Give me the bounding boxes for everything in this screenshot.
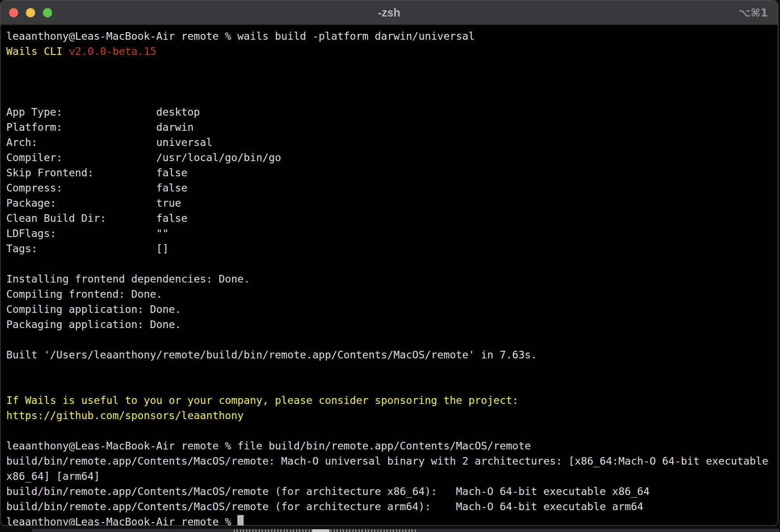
terminal-line <box>6 423 778 438</box>
terminal-text-segment: x86_64] [arm64] <box>6 470 100 482</box>
terminal-line <box>6 59 778 74</box>
terminal-line: leaanthony@Leas-MacBook-Air remote % fil… <box>6 438 778 453</box>
titlebar[interactable]: -zsh ⌥⌘1 <box>0 0 778 25</box>
terminal-text-segment: https://github.com/sponsors/leaanthony <box>6 409 244 421</box>
terminal-line: https://github.com/sponsors/leaanthony <box>6 408 778 423</box>
terminal-text-segment: build/bin/remote.app/Contents/MacOS/remo… <box>6 455 768 467</box>
terminal-line: leaanthony@Leas-MacBook-Air remote % <box>6 514 778 525</box>
terminal-line: Arch: universal <box>6 135 778 150</box>
terminal-line: Clean Build Dir: false <box>6 211 778 226</box>
terminal-line: build/bin/remote.app/Contents/MacOS/remo… <box>6 453 778 469</box>
terminal-text-segment: Compiling application: Done. <box>6 303 181 315</box>
terminal-line: If Wails is useful to you or your compan… <box>6 393 778 408</box>
terminal-line: Installing frontend dependencies: Done. <box>6 271 778 287</box>
desktop-background: -zsh ⌥⌘1 leaanthony@Leas-MacBook-Air rem… <box>0 0 780 532</box>
terminal-line: build/bin/remote.app/Contents/MacOS/remo… <box>6 499 778 514</box>
terminal-text-segment: leaanthony@Leas-MacBook-Air remote % <box>6 515 237 525</box>
terminal-text-segment: Packaging application: Done. <box>6 318 181 330</box>
terminal-text-segment: Package: true <box>6 197 181 209</box>
terminal-text-segment: App Type: desktop <box>6 106 200 118</box>
terminal-text-segment: leaanthony@Leas-MacBook-Air remote % wai… <box>6 30 475 42</box>
terminal-text-segment: v2.0.0-beta.15 <box>69 45 156 57</box>
terminal-text-segment: Compiling frontend: Done. <box>6 288 162 300</box>
terminal-line: Compress: false <box>6 180 778 195</box>
terminal-line: Platform: darwin <box>6 120 778 135</box>
terminal-cursor <box>237 515 244 525</box>
terminal-text-segment: If Wails is useful to you or your compan… <box>6 394 519 406</box>
terminal-line: App Type: desktop <box>6 104 778 120</box>
terminal-line: Packaging application: Done. <box>6 317 778 332</box>
terminal-text-segment: Tags: [] <box>6 242 169 254</box>
terminal-line: Package: true <box>6 195 778 211</box>
terminal-text-segment: Wails CLI <box>6 45 69 57</box>
terminal-text-segment: build/bin/remote.app/Contents/MacOS/remo… <box>6 485 650 497</box>
background-window-sliver-highlight <box>312 529 329 532</box>
window-title: -zsh <box>0 0 778 25</box>
terminal-line: Compiling frontend: Done. <box>6 287 778 302</box>
terminal-text-segment: build/bin/remote.app/Contents/MacOS/remo… <box>6 500 643 512</box>
terminal-screen[interactable]: leaanthony@Leas-MacBook-Air remote % wai… <box>0 25 778 525</box>
terminal-line: Compiling application: Done. <box>6 302 778 317</box>
terminal-line: x86_64] [arm64] <box>6 469 778 484</box>
terminal-line: LDFlags: "" <box>6 226 778 241</box>
terminal-line: Compiler: /usr/local/go/bin/go <box>6 150 778 165</box>
terminal-line <box>6 89 778 104</box>
terminal-line: Tags: [] <box>6 241 778 256</box>
terminal-text-segment: Clean Build Dir: false <box>6 212 187 224</box>
terminal-text-segment: Platform: darwin <box>6 121 194 133</box>
terminal-line <box>6 378 778 393</box>
terminal-line: build/bin/remote.app/Contents/MacOS/remo… <box>6 484 778 499</box>
terminal-line <box>6 74 778 89</box>
terminal-text-segment: Installing frontend dependencies: Done. <box>6 273 250 285</box>
terminal-line: Skip Frontend: false <box>6 165 778 180</box>
terminal-line: Wails CLI v2.0.0-beta.15 <box>6 44 778 59</box>
terminal-text-segment: leaanthony@Leas-MacBook-Air remote % fil… <box>6 440 531 452</box>
terminal-text-segment: Compress: false <box>6 182 187 194</box>
terminal-text-segment: LDFlags: "" <box>6 227 169 239</box>
terminal-line <box>6 256 778 271</box>
terminal-text-segment: Built '/Users/leaanthony/remote/build/bi… <box>6 349 537 361</box>
terminal-window: -zsh ⌥⌘1 leaanthony@Leas-MacBook-Air rem… <box>0 0 778 526</box>
terminal-line <box>6 332 778 347</box>
terminal-text-segment: Skip Frontend: false <box>6 166 187 179</box>
terminal-line: Built '/Users/leaanthony/remote/build/bi… <box>6 347 778 362</box>
terminal-text-segment: Arch: universal <box>6 136 212 148</box>
terminal-text-segment: Compiler: /usr/local/go/bin/go <box>6 151 281 163</box>
terminal-line: leaanthony@Leas-MacBook-Air remote % wai… <box>6 29 778 44</box>
terminal-line <box>6 362 778 378</box>
tab-shortcut-label: ⌥⌘1 <box>738 0 768 25</box>
